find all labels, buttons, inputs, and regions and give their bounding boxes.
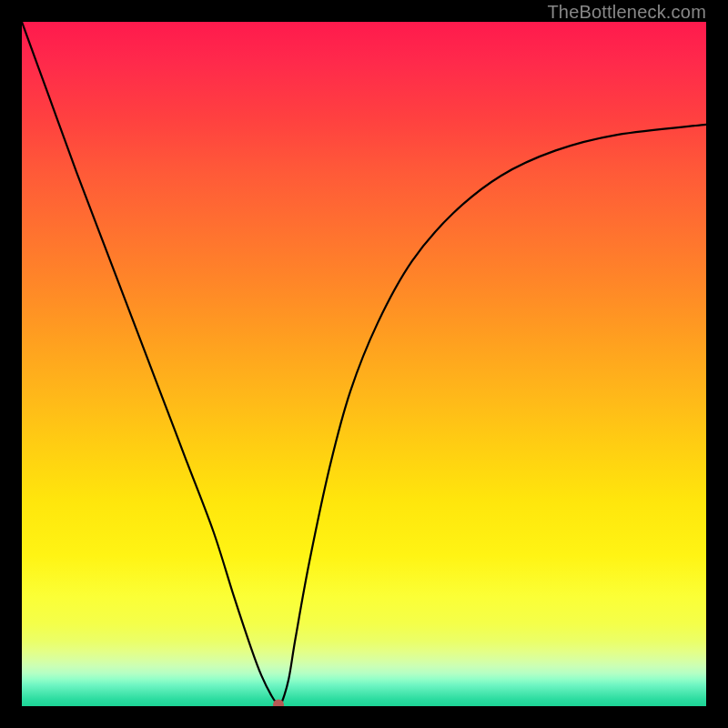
chart-container: TheBottleneck.com — [0, 0, 728, 728]
watermark-text: TheBottleneck.com — [547, 2, 706, 23]
plot-area — [22, 22, 706, 706]
chart-svg — [22, 22, 706, 706]
bottleneck-curve — [22, 22, 706, 705]
